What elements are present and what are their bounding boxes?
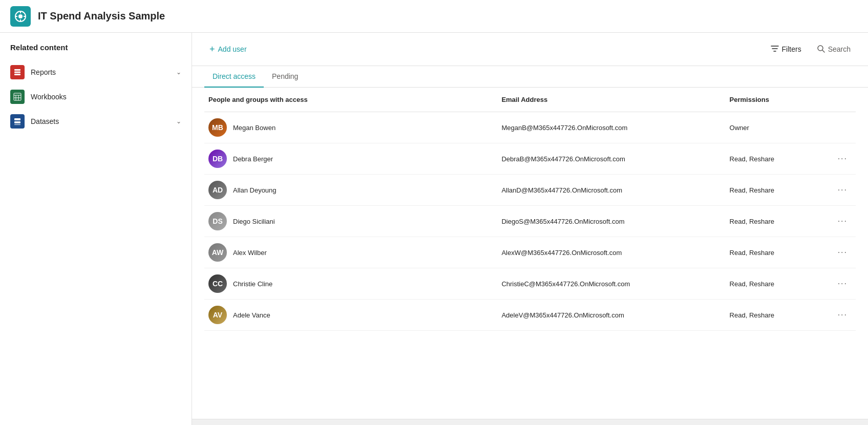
filter-icon <box>771 45 779 54</box>
person-info: CC Christie Cline <box>208 274 493 293</box>
person-name: Christie Cline <box>233 280 272 288</box>
access-table: People and groups with access Email Addr… <box>204 88 856 331</box>
permissions-cell: Read, Reshare <box>726 237 823 268</box>
person-name: Adele Vance <box>233 311 270 319</box>
actions-cell: ··· <box>823 268 856 300</box>
email-cell: DiegoS@M365x447726.OnMicrosoft.com <box>497 206 725 237</box>
person-cell: AW Alex Wilber <box>204 237 497 268</box>
permissions-cell: Read, Reshare <box>726 268 823 300</box>
filters-button[interactable]: Filters <box>766 41 807 57</box>
sidebar-section-title: Related content <box>0 43 192 60</box>
email-cell: DebraB@M365x447726.OnMicrosoft.com <box>497 143 725 175</box>
avatar: AV <box>208 306 227 324</box>
table-row: AD Allan Deyoung AllanD@M365x447726.OnMi… <box>204 175 856 206</box>
datasets-chevron-icon: ⌄ <box>176 118 181 125</box>
actions-cell <box>823 112 856 143</box>
sidebar-item-datasets[interactable]: Datasets ⌄ <box>0 109 192 134</box>
datasets-icon <box>10 114 25 129</box>
sidebar-item-reports[interactable]: Reports ⌄ <box>0 60 192 84</box>
search-button[interactable]: Search <box>812 41 856 57</box>
person-info: DS Diego Siciliani <box>208 212 493 230</box>
actions-cell: ··· <box>823 206 856 237</box>
sidebar-item-workbooks[interactable]: Workbooks <box>0 84 192 109</box>
app-icon <box>10 6 31 27</box>
toolbar: + Add user Filters <box>192 33 868 66</box>
table-row: CC Christie Cline ChristieC@M365x447726.… <box>204 268 856 300</box>
person-cell: AV Adele Vance <box>204 300 497 331</box>
email-cell: AdeleV@M365x447726.OnMicrosoft.com <box>497 300 725 331</box>
svg-rect-9 <box>14 93 21 100</box>
svg-rect-6 <box>14 69 20 71</box>
main-layout: Related content Reports ⌄ <box>0 33 868 425</box>
svg-rect-15 <box>14 121 20 123</box>
svg-rect-8 <box>14 74 20 75</box>
add-user-button[interactable]: + Add user <box>204 41 252 58</box>
sidebar-reports-label: Reports <box>31 68 176 76</box>
table-body: MB Megan Bowen MeganB@M365x447726.OnMicr… <box>204 112 856 331</box>
sidebar-workbooks-label: Workbooks <box>31 93 181 101</box>
more-actions-button[interactable]: ··· <box>834 277 852 290</box>
person-cell: AD Allan Deyoung <box>204 175 497 206</box>
avatar: AD <box>208 181 227 199</box>
email-cell: MeganB@M365x447726.OnMicrosoft.com <box>497 112 725 143</box>
svg-line-18 <box>822 50 824 52</box>
workbooks-icon <box>10 90 25 104</box>
person-cell: CC Christie Cline <box>204 268 497 300</box>
sidebar: Related content Reports ⌄ <box>0 33 192 425</box>
person-info: MB Megan Bowen <box>208 118 493 137</box>
actions-cell: ··· <box>823 143 856 175</box>
table-row: DS Diego Siciliani DiegoS@M365x447726.On… <box>204 206 856 237</box>
plus-icon: + <box>209 44 215 55</box>
avatar: AW <box>208 243 227 262</box>
more-actions-button[interactable]: ··· <box>834 152 852 165</box>
table-row: AV Adele Vance AdeleV@M365x447726.OnMicr… <box>204 300 856 331</box>
svg-point-1 <box>18 14 23 18</box>
more-actions-button[interactable]: ··· <box>834 215 852 228</box>
table-row: MB Megan Bowen MeganB@M365x447726.OnMicr… <box>204 112 856 143</box>
avatar: DS <box>208 212 227 230</box>
table-row: DB Debra Berger DebraB@M365x447726.OnMic… <box>204 143 856 175</box>
search-label: Search <box>828 45 851 53</box>
actions-cell: ··· <box>823 237 856 268</box>
person-name: Diego Siciliani <box>233 218 275 225</box>
actions-cell: ··· <box>823 300 856 331</box>
person-name: Debra Berger <box>233 155 273 163</box>
actions-cell: ··· <box>823 175 856 206</box>
person-info: AD Allan Deyoung <box>208 181 493 199</box>
email-cell: AlexW@M365x447726.OnMicrosoft.com <box>497 237 725 268</box>
person-info: DB Debra Berger <box>208 150 493 168</box>
add-user-label: Add user <box>218 45 247 53</box>
tabs-container: Direct access Pending <box>192 66 868 88</box>
bottom-scrollbar[interactable] <box>192 419 868 425</box>
avatar: MB <box>208 118 227 137</box>
permissions-cell: Read, Reshare <box>726 300 823 331</box>
reports-chevron-icon: ⌄ <box>176 69 181 76</box>
permissions-cell: Owner <box>726 112 823 143</box>
person-cell: DB Debra Berger <box>204 143 497 175</box>
table-header: People and groups with access Email Addr… <box>204 88 856 112</box>
person-name: Alex Wilber <box>233 249 267 257</box>
search-icon <box>817 45 825 54</box>
col-header-actions <box>823 88 856 112</box>
more-actions-button[interactable]: ··· <box>834 246 852 259</box>
tab-pending[interactable]: Pending <box>264 66 306 88</box>
header: IT Spend Analysis Sample <box>0 0 868 33</box>
col-header-permissions: Permissions <box>726 88 823 112</box>
col-header-email: Email Address <box>497 88 725 112</box>
avatar: CC <box>208 274 227 293</box>
svg-rect-16 <box>14 124 20 125</box>
svg-rect-7 <box>14 72 20 73</box>
sidebar-datasets-label: Datasets <box>31 117 176 125</box>
more-actions-button[interactable]: ··· <box>834 183 852 197</box>
permissions-cell: Read, Reshare <box>726 175 823 206</box>
more-actions-button[interactable]: ··· <box>834 308 852 322</box>
page-title: IT Spend Analysis Sample <box>38 10 165 22</box>
person-cell: DS Diego Siciliani <box>204 206 497 237</box>
person-name: Allan Deyoung <box>233 186 277 194</box>
tab-direct-access[interactable]: Direct access <box>204 66 264 88</box>
table-row: AW Alex Wilber AlexW@M365x447726.OnMicro… <box>204 237 856 268</box>
permissions-cell: Read, Reshare <box>726 206 823 237</box>
person-cell: MB Megan Bowen <box>204 112 497 143</box>
avatar: DB <box>208 150 227 168</box>
person-name: Megan Bowen <box>233 124 276 132</box>
